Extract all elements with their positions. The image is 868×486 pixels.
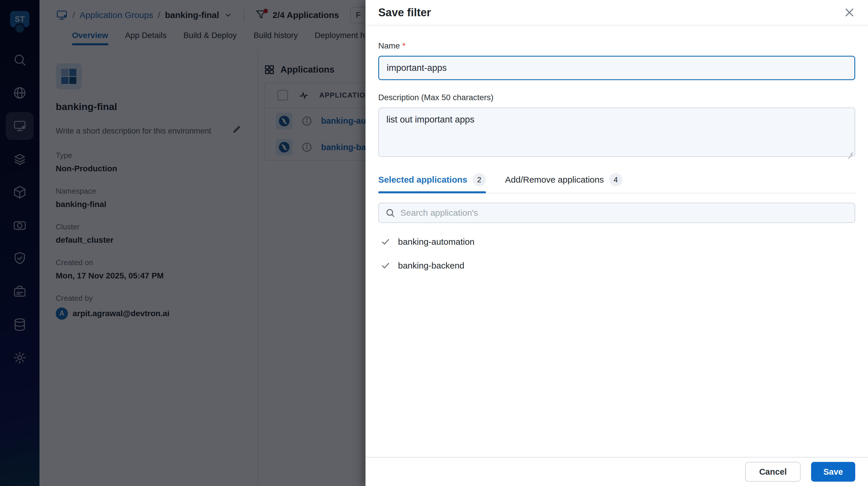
save-button[interactable]: Save [811, 462, 855, 482]
filter-description-textarea[interactable]: list out important apps [378, 108, 855, 157]
description-field-label: Description (Max 50 characters) [378, 93, 855, 102]
application-name: banking-backend [398, 261, 464, 271]
list-item-banking-automation[interactable]: banking-automation [378, 230, 855, 254]
close-icon[interactable] [844, 7, 855, 18]
name-field-label: Name* [378, 41, 855, 51]
resize-grip-icon[interactable] [847, 149, 853, 154]
cancel-button[interactable]: Cancel [745, 462, 801, 482]
application-name: banking-automation [398, 237, 475, 247]
filter-name-input[interactable] [378, 56, 855, 80]
app-root: ST [0, 0, 868, 486]
drawer-title: Save filter [378, 6, 431, 19]
drawer-header: Save filter [366, 0, 868, 26]
description-field-wrap: list out important apps [378, 108, 855, 158]
drawer-footer: Cancel Save [366, 457, 868, 486]
check-icon [380, 261, 391, 271]
application-search-bar [378, 203, 855, 223]
tab-label: Add/Remove applications [505, 175, 604, 185]
required-marker: * [402, 41, 406, 50]
application-search-input[interactable] [400, 208, 848, 218]
name-label-text: Name [378, 41, 400, 50]
selected-applications-list: banking-automation banking-backend [378, 230, 855, 278]
tab-selected-applications[interactable]: Selected applications 2 [378, 173, 486, 193]
count-badge: 2 [473, 173, 486, 186]
save-filter-drawer: Save filter Name* Description (Max 50 ch… [366, 0, 868, 486]
tab-label: Selected applications [378, 175, 467, 185]
tab-add-remove-applications[interactable]: Add/Remove applications 4 [505, 173, 622, 193]
list-item-banking-backend[interactable]: banking-backend [378, 254, 855, 278]
drawer-body: Name* Description (Max 50 characters) li… [366, 26, 868, 457]
count-badge: 4 [609, 173, 622, 186]
search-icon [385, 208, 395, 218]
check-icon [380, 237, 391, 247]
drawer-tabs: Selected applications 2 Add/Remove appli… [378, 173, 855, 193]
